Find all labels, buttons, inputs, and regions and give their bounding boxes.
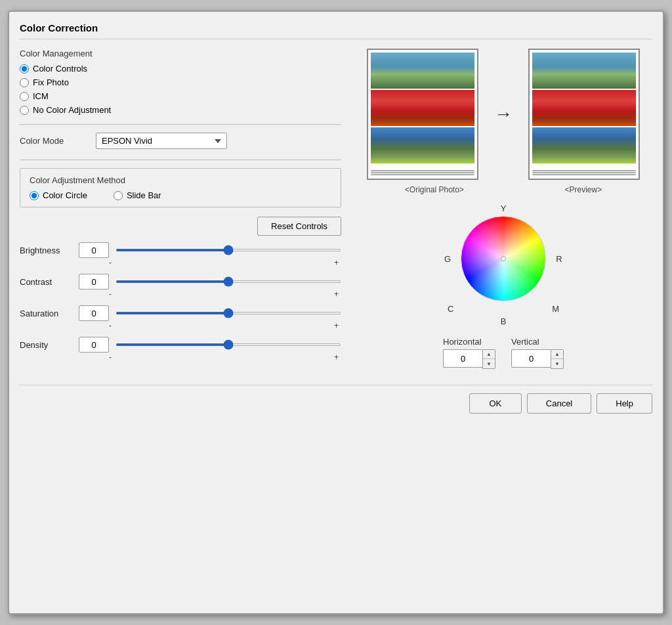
radio-no-color-input[interactable] — [20, 106, 29, 115]
radio-slide-bar[interactable]: Slide Bar — [114, 190, 161, 200]
radio-color-circle-label: Color Circle — [43, 190, 87, 200]
vertical-down-button[interactable]: ▼ — [551, 359, 563, 368]
horizontal-input-wrap: ▲ ▼ — [443, 349, 495, 369]
adjustment-method-title: Color Adjustment Method — [30, 175, 331, 185]
vertical-input[interactable] — [511, 349, 551, 368]
slider-section: Brightness - + Contrast — [20, 242, 341, 362]
brightness-plus: + — [334, 258, 339, 267]
brightness-label: Brightness — [20, 246, 72, 255]
saturation-plus: + — [334, 321, 339, 330]
radio-icm-input[interactable] — [20, 92, 29, 101]
horizontal-down-button[interactable]: ▼ — [483, 359, 495, 368]
radio-icm[interactable]: ICM — [20, 91, 341, 101]
cancel-button[interactable]: Cancel — [527, 393, 591, 414]
density-value[interactable] — [79, 337, 109, 353]
color-management-label: Color Management — [20, 49, 341, 58]
brightness-track — [116, 249, 341, 251]
color-correction-dialog: Color Correction Color Management Color … — [8, 11, 664, 614]
circle-row: G R — [442, 216, 564, 301]
color-wheel-dot — [501, 256, 506, 261]
original-photo-box — [367, 49, 478, 180]
brightness-minus: - — [109, 258, 112, 267]
text-line-1 — [371, 170, 474, 171]
saturation-minus: - — [109, 321, 112, 330]
text-line2-1 — [532, 170, 636, 171]
radio-no-color[interactable]: No Color Adjustment — [20, 105, 341, 115]
label-Y: Y — [501, 204, 507, 213]
footer-buttons: OK Cancel Help — [20, 385, 652, 414]
preview-text-lines — [371, 165, 474, 176]
radio-icm-label: ICM — [33, 91, 49, 101]
radio-fix-photo-input[interactable] — [20, 78, 29, 87]
brightness-value[interactable] — [79, 242, 109, 258]
ok-button[interactable]: OK — [469, 393, 522, 414]
radio-slide-bar-input[interactable] — [114, 191, 123, 200]
brightness-bottom: - + — [20, 258, 341, 267]
contrast-track — [116, 280, 341, 283]
horizontal-label: Horizontal — [443, 337, 482, 347]
contrast-value[interactable] — [79, 274, 109, 290]
radio-color-circle[interactable]: Color Circle — [30, 190, 87, 200]
vertical-spinner-group: Vertical ▲ ▼ — [511, 337, 564, 369]
preview-labels: <Original Photo> <Preview> — [354, 185, 652, 194]
contrast-slider[interactable] — [116, 280, 341, 283]
density-plus: + — [334, 353, 339, 362]
help-button[interactable]: Help — [597, 393, 652, 414]
spinners-row: Horizontal ▲ ▼ Vertical — [443, 337, 564, 369]
color-mode-label: Color Mode — [20, 136, 85, 146]
contrast-plus: + — [334, 290, 339, 299]
density-bottom: - + — [20, 353, 341, 362]
color-mode-row: Color Mode EPSON Vivid — [20, 133, 341, 149]
radio-fix-photo-label: Fix Photo — [33, 77, 69, 87]
preview-img-landscape — [371, 53, 474, 89]
density-track — [116, 343, 341, 346]
saturation-slider[interactable] — [116, 312, 341, 314]
circle-bottom-labels: C M — [448, 304, 559, 314]
reset-controls-button[interactable]: Reset Controls — [257, 217, 341, 236]
vertical-spinner-buttons: ▲ ▼ — [551, 349, 564, 369]
contrast-slider-row: Contrast - + — [20, 274, 341, 299]
radio-slide-bar-label: Slide Bar — [127, 190, 161, 200]
color-mode-select[interactable]: EPSON Vivid — [96, 133, 227, 149]
arrow-right-icon: → — [494, 104, 513, 125]
preview2-text-lines — [532, 165, 636, 176]
preview2-img-landscape — [532, 53, 636, 89]
radio-color-circle-input[interactable] — [30, 191, 39, 200]
divider-2 — [20, 160, 341, 160]
density-slider-row: Density - + — [20, 337, 341, 362]
vertical-up-button[interactable]: ▲ — [551, 350, 563, 359]
saturation-label: Saturation — [20, 309, 72, 318]
vertical-input-wrap: ▲ ▼ — [511, 349, 564, 369]
density-label: Density — [20, 340, 72, 350]
density-minus: - — [109, 353, 112, 362]
color-management-radio-group: Color Controls Fix Photo ICM No Color Ad… — [20, 64, 341, 115]
density-slider[interactable] — [116, 343, 341, 346]
right-panel: → <Original Photo> <Preview> — [354, 49, 652, 369]
preview-label: <Preview> — [564, 185, 602, 194]
preview-img-trees — [371, 127, 474, 163]
color-wheel[interactable] — [461, 216, 546, 301]
preview-img-flowers — [371, 90, 474, 126]
left-panel: Color Management Color Controls Fix Phot… — [20, 49, 341, 369]
dialog-title: Color Correction — [20, 22, 652, 39]
preview2-img-trees — [532, 127, 636, 163]
contrast-label: Contrast — [20, 277, 72, 287]
radio-color-controls-input[interactable] — [20, 64, 29, 74]
text-line2-2 — [532, 172, 636, 173]
saturation-bottom: - + — [20, 321, 341, 330]
contrast-slider-top: Contrast — [20, 274, 341, 290]
original-photo-label: <Original Photo> — [405, 185, 464, 194]
saturation-value[interactable] — [79, 305, 109, 321]
main-layout: Color Management Color Controls Fix Phot… — [20, 49, 652, 369]
label-B: B — [501, 316, 507, 326]
brightness-slider-row: Brightness - + — [20, 242, 341, 267]
radio-fix-photo[interactable]: Fix Photo — [20, 77, 341, 87]
color-circle-area: Y G R C M B Horiz — [354, 204, 652, 369]
radio-color-controls[interactable]: Color Controls — [20, 64, 341, 74]
horizontal-up-button[interactable]: ▲ — [483, 350, 495, 359]
label-G: G — [442, 254, 453, 264]
brightness-slider[interactable] — [116, 249, 341, 251]
horizontal-input[interactable] — [443, 349, 482, 368]
label-C: C — [448, 304, 453, 314]
vertical-label: Vertical — [511, 337, 539, 347]
